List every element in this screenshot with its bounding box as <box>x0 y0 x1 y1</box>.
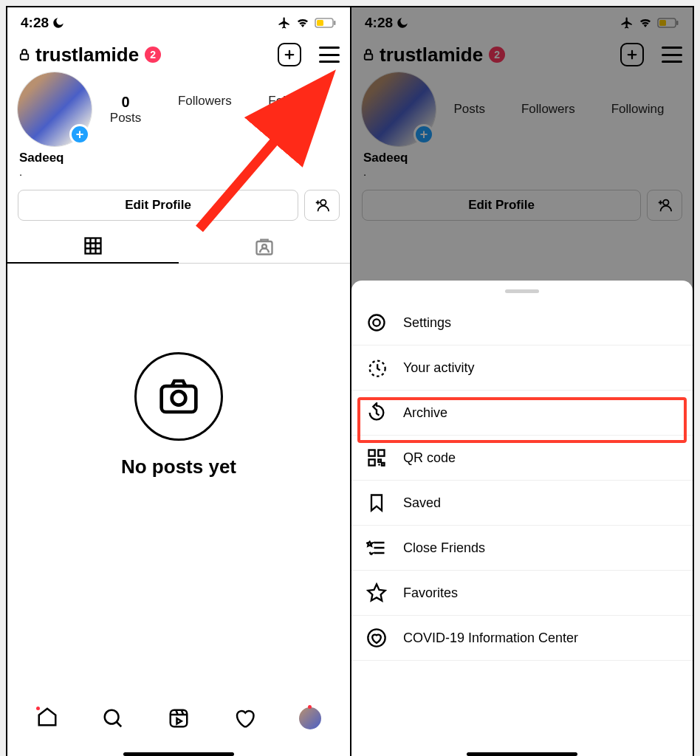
menu-favorites[interactable]: Favorites <box>351 571 693 616</box>
svg-rect-5 <box>86 238 101 254</box>
svg-point-4 <box>320 200 326 205</box>
menu-qr[interactable]: QR code <box>351 436 693 481</box>
add-person-icon <box>314 197 330 213</box>
archive-icon <box>366 402 387 423</box>
profile-screen: 4:28 trustlamide 2 + <box>7 7 350 756</box>
home-indicator[interactable] <box>467 752 577 756</box>
menu-activity[interactable]: Your activity <box>351 346 693 391</box>
discover-people-button[interactable] <box>304 190 340 221</box>
posts-stat[interactable]: 0 Posts <box>110 94 142 126</box>
tagged-icon <box>254 236 275 257</box>
svg-point-9 <box>172 391 186 405</box>
bio: . <box>7 165 350 178</box>
svg-point-10 <box>105 710 119 724</box>
menu-close-friends[interactable]: Close Friends <box>351 526 693 571</box>
reels-icon[interactable] <box>168 707 190 729</box>
bottom-nav <box>7 698 350 744</box>
avatar[interactable]: + <box>18 72 92 146</box>
home-indicator[interactable] <box>123 752 234 756</box>
svg-rect-11 <box>171 710 188 727</box>
status-bar: 4:28 <box>7 7 350 34</box>
add-story-badge[interactable]: + <box>69 124 90 145</box>
lock-icon <box>18 47 31 62</box>
grid-icon <box>83 236 103 256</box>
menu-covid[interactable]: COVID-19 Information Center <box>351 616 693 661</box>
menu-sheet: Settings Your activity Archive QR code S… <box>351 281 693 756</box>
gear-icon <box>366 312 387 333</box>
svg-rect-3 <box>21 54 29 60</box>
heart-icon[interactable] <box>233 707 255 729</box>
profile-stats: + 0 Posts Followers Following <box>7 68 350 146</box>
svg-rect-21 <box>369 450 375 456</box>
svg-point-18 <box>369 315 385 331</box>
profile-header: trustlamide 2 <box>7 34 350 68</box>
create-button[interactable] <box>278 43 301 66</box>
star-icon <box>366 583 387 603</box>
profile-nav-icon[interactable] <box>299 707 321 729</box>
search-icon[interactable] <box>102 707 124 729</box>
status-time: 4:28 <box>21 15 49 31</box>
heart-info-icon <box>366 628 387 648</box>
svg-point-19 <box>373 319 380 326</box>
svg-rect-1 <box>334 21 336 25</box>
followers-stat[interactable]: Followers <box>178 94 232 126</box>
qr-icon <box>366 447 387 468</box>
sheet-grabber[interactable] <box>505 289 539 293</box>
airplane-icon <box>278 16 291 30</box>
edit-profile-button[interactable]: Edit Profile <box>18 190 298 221</box>
camera-icon <box>158 376 199 417</box>
svg-rect-22 <box>378 450 384 456</box>
display-name: Sadeeq <box>7 146 350 165</box>
following-stat[interactable]: Following <box>268 94 321 126</box>
menu-sheet-screen: 4:28 trustlamide 2 + Posts Followers Fol… <box>350 7 693 756</box>
username[interactable]: trustlamide <box>35 44 139 66</box>
notification-badge: 2 <box>145 47 161 63</box>
menu-saved[interactable]: Saved <box>351 481 693 526</box>
svg-rect-2 <box>317 20 323 26</box>
battery-icon <box>315 18 337 28</box>
menu-archive[interactable]: Archive <box>351 391 693 436</box>
empty-text: No posts yet <box>121 456 236 478</box>
grid-tab[interactable] <box>7 228 179 264</box>
home-icon[interactable] <box>36 706 58 728</box>
menu-settings[interactable]: Settings <box>351 300 693 346</box>
dnd-moon-icon <box>52 16 65 30</box>
bookmark-icon <box>366 492 387 513</box>
wifi-icon <box>295 17 310 29</box>
menu-button[interactable] <box>319 47 340 63</box>
svg-rect-23 <box>369 459 375 465</box>
profile-tabs <box>7 228 350 264</box>
empty-state: No posts yet <box>7 264 350 508</box>
tagged-tab[interactable] <box>179 228 350 264</box>
list-star-icon <box>366 537 387 558</box>
activity-icon <box>366 357 387 378</box>
